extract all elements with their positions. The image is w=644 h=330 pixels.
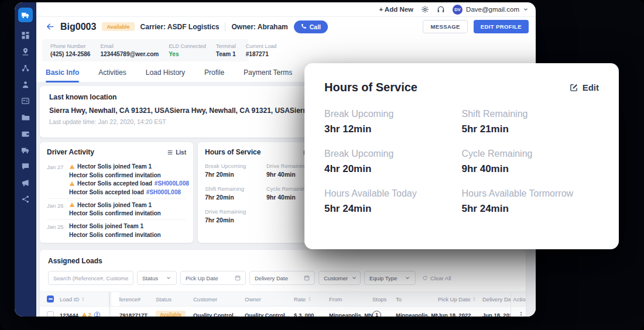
map-pin-icon — [21, 47, 30, 56]
support-button[interactable] — [437, 5, 445, 13]
info-field-phone: Phone Number (425) 124-2586 — [50, 43, 90, 57]
sidebar-item-billing[interactable] — [21, 129, 30, 138]
stops-count: 1 — [372, 311, 381, 317]
hos-entry: Shift Remaining5hr 21min — [462, 109, 600, 135]
person-circle-icon — [94, 311, 101, 317]
column-pickup-date[interactable]: Pick Up Date — [438, 292, 482, 306]
back-arrow-icon — [46, 22, 54, 31]
sidebar-item-map[interactable] — [21, 47, 30, 56]
cell-to: Minneapolis, MN — [396, 307, 438, 317]
chevron-down-icon — [523, 6, 529, 12]
load-link[interactable]: #SH000L008 — [155, 180, 189, 187]
sidebar-nav — [15, 2, 36, 317]
id-card-icon — [21, 97, 30, 105]
loads-filters: Status Pick Up Date Delivery Date Custom… — [48, 271, 518, 285]
activity-date: Jan 27 — [47, 163, 64, 195]
teams-icon — [21, 64, 30, 73]
column-owner: Owner — [245, 292, 294, 306]
driver-info-strip: Phone Number (425) 124-2586 Email 123445… — [42, 39, 248, 61]
sidebar-item-dashboard[interactable] — [21, 31, 30, 40]
overlay-edit-button[interactable]: Edit — [570, 82, 599, 92]
list-view-button[interactable]: List — [167, 149, 186, 156]
row-checkbox[interactable] — [47, 311, 54, 317]
settings-button[interactable] — [421, 5, 429, 13]
column-load-id[interactable]: Load ID — [60, 292, 109, 306]
cell-stops: 1 — [372, 307, 396, 317]
warning-icon — [69, 164, 75, 170]
tab-load-history[interactable]: Load History — [146, 65, 185, 82]
sidebar-item-fleet[interactable] — [21, 146, 30, 154]
tab-activities[interactable]: Activities — [98, 65, 126, 82]
select-all-checkbox[interactable] — [47, 295, 54, 302]
load-link[interactable]: #SH000L008 — [146, 189, 181, 195]
hos-entry: Hours Available Tormorrow5hr 24min — [462, 188, 600, 215]
sidebar-item-teams[interactable] — [21, 64, 30, 73]
cell-load-id[interactable]: 123444 2 — [60, 307, 109, 317]
filter-equip-type[interactable]: Equip Type — [364, 271, 416, 285]
column-stops: Stops — [372, 292, 396, 306]
activity-group: Jan 27 Hector Solis joined Team 1 Hector… — [47, 160, 186, 198]
sidebar-item-integrations[interactable] — [21, 195, 30, 204]
row-actions-button[interactable] — [518, 311, 525, 317]
sidebar-item-drivers[interactable] — [21, 80, 30, 89]
truck-icon — [21, 146, 30, 154]
hours-of-service-overlay: Hours of Service Edit Break Upcoming3hr … — [304, 63, 619, 249]
megaphone-icon — [21, 178, 30, 187]
truck-logo-icon — [21, 11, 30, 19]
activity-item: Hector Solis joined Team 1 — [69, 202, 161, 208]
column-from: From — [329, 292, 372, 306]
filter-status[interactable]: Status — [137, 271, 177, 285]
carrier-label: Carrier: ASDF Logistics — [141, 23, 220, 31]
page-title: Big0003 — [60, 22, 96, 32]
call-button[interactable]: Call — [294, 20, 328, 33]
wallet-icon — [21, 129, 30, 138]
sidebar-item-contacts[interactable] — [21, 97, 30, 105]
cell-pickup-date: Jun 18, 2022 — [438, 307, 482, 317]
column-rate[interactable]: Rate — [294, 292, 329, 306]
message-button[interactable]: MESSAGE — [423, 20, 467, 33]
back-button[interactable] — [46, 22, 54, 31]
clear-all-button[interactable]: Clear All — [422, 275, 451, 281]
warning-icon — [69, 181, 75, 187]
cell-rate: $ 3, 000 — [294, 307, 329, 317]
sidebar-item-messages[interactable] — [21, 162, 30, 171]
column-to: To — [396, 292, 438, 306]
tab-basic-info[interactable]: Basic Info — [46, 65, 79, 82]
chat-icon — [21, 162, 30, 171]
activity-timeline: Jan 27 Hector Solis joined Team 1 Hector… — [47, 160, 186, 241]
integrations-icon — [21, 195, 30, 204]
user-email: Dave@gmail.com — [466, 6, 519, 13]
sort-icon — [81, 296, 85, 302]
sidebar-item-announcements[interactable] — [21, 178, 30, 187]
cell-reference: 79182717T — [119, 307, 156, 317]
search-input[interactable] — [48, 271, 133, 285]
activity-date: Jan 26 — [47, 202, 64, 217]
app-logo[interactable] — [18, 8, 33, 22]
frozen-column-divider — [109, 292, 119, 306]
activity-item: Hector Solis confirmed invitation — [69, 172, 186, 178]
activity-item: Hector Solis accepted load #SH000L008 — [69, 180, 186, 187]
edit-profile-button[interactable]: EDIT PROFILE — [474, 20, 529, 33]
hos-entry: Break Upcoming4hr 20min — [324, 149, 462, 175]
activity-item: Hector Solis joined Team 1 — [69, 163, 186, 170]
filter-customer[interactable]: Customer — [318, 271, 361, 285]
loads-table-header: Load ID Reference# Status Customer Owner… — [40, 291, 526, 307]
column-delivery-date: Delivery Date — [482, 292, 511, 306]
filter-pickup-date[interactable]: Pick Up Date — [180, 271, 246, 285]
status-badge: Available — [156, 311, 186, 317]
user-menu[interactable]: DV Dave@gmail.com — [453, 5, 529, 15]
tab-payment-terms[interactable]: Payment Terms — [244, 65, 292, 82]
row-warning-count: 2 — [81, 312, 91, 317]
driver-icon — [21, 80, 30, 89]
status-badge: Available — [102, 22, 134, 31]
activity-item: Hector Solis accepted load #SH000L008 — [69, 189, 186, 195]
sidebar-item-documents[interactable] — [21, 113, 30, 122]
overlay-header: Hours of Service Edit — [324, 81, 599, 94]
gear-icon — [421, 5, 429, 13]
filter-delivery-date[interactable]: Delivery Date — [249, 271, 315, 285]
add-new-button[interactable]: + Add New — [379, 6, 413, 13]
cell-from: Minneapolis, MN — [329, 307, 372, 317]
cell-status: Available — [156, 307, 193, 317]
activity-group: Jan 26 Hector Solis joined Team 1 Hector… — [47, 198, 186, 220]
tab-profile[interactable]: Profile — [204, 65, 224, 82]
